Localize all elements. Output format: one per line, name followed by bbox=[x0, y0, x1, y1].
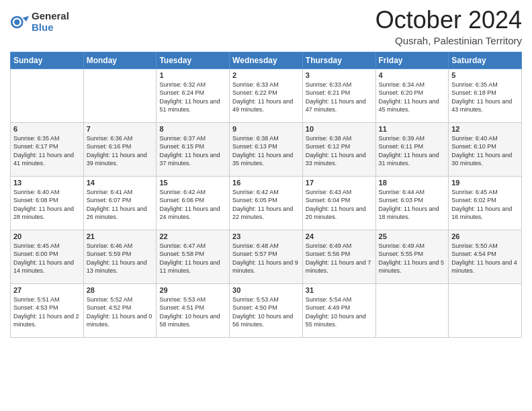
calendar-cell: 7Sunrise: 6:36 AMSunset: 6:16 PMDaylight… bbox=[83, 122, 157, 176]
cell-day-number: 1 bbox=[159, 71, 226, 79]
cell-info: Sunrise: 6:37 AMSunset: 6:15 PMDaylight:… bbox=[159, 134, 226, 168]
calendar-cell: 20Sunrise: 6:45 AMSunset: 6:00 PMDayligh… bbox=[11, 230, 84, 283]
calendar-week-2: 6Sunrise: 6:35 AMSunset: 6:17 PMDaylight… bbox=[11, 122, 522, 176]
calendar-cell: 14Sunrise: 6:41 AMSunset: 6:07 PMDayligh… bbox=[83, 176, 157, 230]
calendar-cell: 19Sunrise: 6:45 AMSunset: 6:02 PMDayligh… bbox=[449, 176, 522, 230]
cell-info: Sunrise: 6:46 AMSunset: 5:59 PMDaylight:… bbox=[87, 242, 154, 275]
logo-text: General Blue bbox=[32, 11, 69, 33]
calendar-cell: 1Sunrise: 6:32 AMSunset: 6:24 PMDaylight… bbox=[157, 68, 230, 122]
calendar-cell: 12Sunrise: 6:40 AMSunset: 6:10 PMDayligh… bbox=[449, 122, 522, 176]
calendar-cell bbox=[83, 68, 157, 122]
calendar-cell: 10Sunrise: 6:38 AMSunset: 6:12 PMDayligh… bbox=[302, 122, 375, 176]
cell-day-number: 19 bbox=[451, 179, 519, 187]
calendar-cell: 30Sunrise: 5:53 AMSunset: 4:50 PMDayligh… bbox=[230, 283, 303, 337]
calendar-cell bbox=[449, 283, 522, 337]
col-header-monday: Monday bbox=[83, 52, 157, 68]
cell-day-number: 10 bbox=[306, 125, 373, 133]
calendar-cell: 22Sunrise: 6:47 AMSunset: 5:58 PMDayligh… bbox=[157, 230, 230, 283]
calendar-page: General Blue October 2024 Qusrah, Palest… bbox=[0, 0, 532, 411]
cell-day-number: 20 bbox=[13, 232, 81, 240]
cell-info: Sunrise: 5:51 AMSunset: 4:53 PMDaylight:… bbox=[13, 295, 81, 329]
cell-info: Sunrise: 6:32 AMSunset: 6:24 PMDaylight:… bbox=[159, 81, 226, 114]
calendar-cell: 25Sunrise: 6:49 AMSunset: 5:55 PMDayligh… bbox=[375, 230, 449, 283]
calendar-cell: 24Sunrise: 6:49 AMSunset: 5:56 PMDayligh… bbox=[302, 230, 375, 283]
cell-info: Sunrise: 5:52 AMSunset: 4:52 PMDaylight:… bbox=[87, 295, 154, 329]
calendar-cell: 15Sunrise: 6:42 AMSunset: 6:06 PMDayligh… bbox=[157, 176, 230, 230]
header: General Blue October 2024 Qusrah, Palest… bbox=[10, 7, 522, 46]
location: Qusrah, Palestinian Territory bbox=[375, 35, 522, 46]
cell-info: Sunrise: 6:48 AMSunset: 5:57 PMDaylight:… bbox=[232, 242, 300, 275]
logo: General Blue bbox=[10, 11, 69, 33]
cell-day-number: 29 bbox=[159, 286, 226, 294]
cell-day-number: 24 bbox=[306, 232, 373, 240]
cell-day-number: 17 bbox=[306, 179, 373, 187]
cell-info: Sunrise: 5:53 AMSunset: 4:50 PMDaylight:… bbox=[232, 295, 300, 329]
col-header-thursday: Thursday bbox=[302, 52, 375, 68]
calendar-cell bbox=[375, 283, 449, 337]
cell-day-number: 8 bbox=[159, 125, 226, 133]
col-header-wednesday: Wednesday bbox=[230, 52, 303, 68]
calendar-cell: 21Sunrise: 6:46 AMSunset: 5:59 PMDayligh… bbox=[83, 230, 157, 283]
calendar-cell: 6Sunrise: 6:35 AMSunset: 6:17 PMDaylight… bbox=[11, 122, 84, 176]
logo-icon bbox=[10, 13, 29, 32]
cell-info: Sunrise: 5:53 AMSunset: 4:51 PMDaylight:… bbox=[159, 295, 226, 329]
cell-info: Sunrise: 6:49 AMSunset: 5:56 PMDaylight:… bbox=[306, 242, 373, 275]
cell-day-number: 4 bbox=[379, 71, 446, 79]
cell-day-number: 27 bbox=[13, 286, 81, 294]
calendar-cell: 16Sunrise: 6:42 AMSunset: 6:05 PMDayligh… bbox=[230, 176, 303, 230]
calendar-cell: 3Sunrise: 6:33 AMSunset: 6:21 PMDaylight… bbox=[302, 68, 375, 122]
cell-day-number: 26 bbox=[451, 232, 519, 240]
calendar-cell: 23Sunrise: 6:48 AMSunset: 5:57 PMDayligh… bbox=[230, 230, 303, 283]
calendar-week-3: 13Sunrise: 6:40 AMSunset: 6:08 PMDayligh… bbox=[11, 176, 522, 230]
calendar-table: SundayMondayTuesdayWednesdayThursdayFrid… bbox=[10, 52, 522, 338]
cell-day-number: 3 bbox=[306, 71, 373, 79]
col-header-friday: Friday bbox=[375, 52, 449, 68]
calendar-cell: 4Sunrise: 6:34 AMSunset: 6:20 PMDaylight… bbox=[375, 68, 449, 122]
calendar-week-5: 27Sunrise: 5:51 AMSunset: 4:53 PMDayligh… bbox=[11, 283, 522, 337]
svg-point-2 bbox=[14, 19, 19, 24]
calendar-cell: 27Sunrise: 5:51 AMSunset: 4:53 PMDayligh… bbox=[11, 283, 84, 337]
cell-day-number: 12 bbox=[451, 125, 519, 133]
calendar-cell: 28Sunrise: 5:52 AMSunset: 4:52 PMDayligh… bbox=[83, 283, 157, 337]
cell-day-number: 13 bbox=[13, 179, 81, 187]
svg-marker-3 bbox=[23, 15, 29, 21]
logo-general: General bbox=[32, 11, 69, 22]
cell-info: Sunrise: 6:45 AMSunset: 6:02 PMDaylight:… bbox=[451, 188, 519, 222]
cell-info: Sunrise: 6:38 AMSunset: 6:13 PMDaylight:… bbox=[232, 134, 300, 168]
logo-blue: Blue bbox=[32, 22, 69, 34]
col-header-tuesday: Tuesday bbox=[157, 52, 230, 68]
cell-day-number: 14 bbox=[87, 179, 154, 187]
calendar-cell: 11Sunrise: 6:39 AMSunset: 6:11 PMDayligh… bbox=[375, 122, 449, 176]
cell-info: Sunrise: 6:43 AMSunset: 6:04 PMDaylight:… bbox=[306, 188, 373, 222]
calendar-cell: 2Sunrise: 6:33 AMSunset: 6:22 PMDaylight… bbox=[230, 68, 303, 122]
calendar-cell: 29Sunrise: 5:53 AMSunset: 4:51 PMDayligh… bbox=[157, 283, 230, 337]
calendar-body: 1Sunrise: 6:32 AMSunset: 6:24 PMDaylight… bbox=[11, 68, 522, 337]
calendar-cell bbox=[11, 68, 84, 122]
cell-day-number: 2 bbox=[232, 71, 300, 79]
cell-info: Sunrise: 6:33 AMSunset: 6:21 PMDaylight:… bbox=[306, 81, 373, 114]
cell-info: Sunrise: 6:42 AMSunset: 6:05 PMDaylight:… bbox=[232, 188, 300, 222]
cell-day-number: 18 bbox=[379, 179, 446, 187]
cell-info: Sunrise: 6:36 AMSunset: 6:16 PMDaylight:… bbox=[87, 134, 154, 168]
month-title: October 2024 bbox=[375, 7, 522, 34]
cell-info: Sunrise: 5:50 AMSunset: 4:54 PMDaylight:… bbox=[451, 242, 519, 275]
cell-info: Sunrise: 6:35 AMSunset: 6:17 PMDaylight:… bbox=[13, 134, 81, 168]
cell-day-number: 6 bbox=[13, 125, 81, 133]
cell-day-number: 15 bbox=[159, 179, 226, 187]
col-header-sunday: Sunday bbox=[11, 52, 84, 68]
col-header-saturday: Saturday bbox=[449, 52, 522, 68]
cell-info: Sunrise: 6:35 AMSunset: 6:18 PMDaylight:… bbox=[451, 81, 519, 114]
calendar-cell: 5Sunrise: 6:35 AMSunset: 6:18 PMDaylight… bbox=[449, 68, 522, 122]
cell-day-number: 5 bbox=[451, 71, 519, 79]
calendar-cell: 13Sunrise: 6:40 AMSunset: 6:08 PMDayligh… bbox=[11, 176, 84, 230]
cell-info: Sunrise: 6:40 AMSunset: 6:08 PMDaylight:… bbox=[13, 188, 81, 222]
cell-info: Sunrise: 6:39 AMSunset: 6:11 PMDaylight:… bbox=[379, 134, 446, 168]
cell-day-number: 22 bbox=[159, 232, 226, 240]
cell-day-number: 28 bbox=[87, 286, 154, 294]
cell-day-number: 31 bbox=[306, 286, 373, 294]
cell-day-number: 21 bbox=[87, 232, 154, 240]
calendar-cell: 8Sunrise: 6:37 AMSunset: 6:15 PMDaylight… bbox=[157, 122, 230, 176]
cell-info: Sunrise: 6:40 AMSunset: 6:10 PMDaylight:… bbox=[451, 134, 519, 168]
cell-day-number: 23 bbox=[232, 232, 300, 240]
cell-info: Sunrise: 6:33 AMSunset: 6:22 PMDaylight:… bbox=[232, 81, 300, 114]
